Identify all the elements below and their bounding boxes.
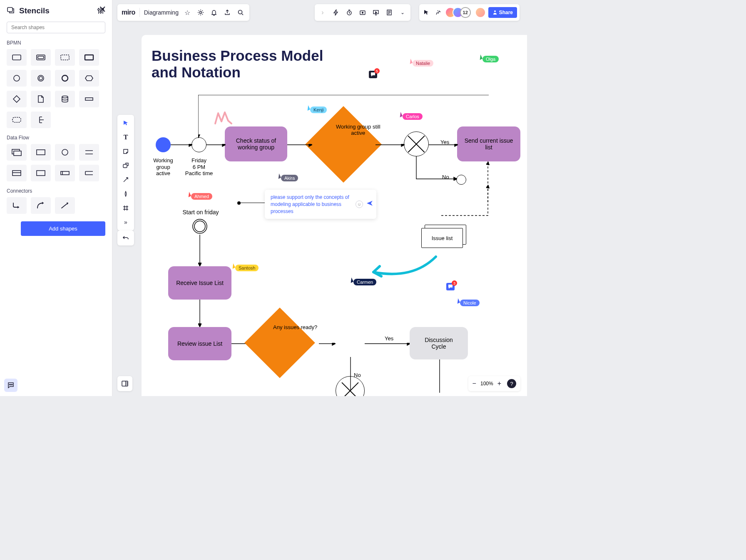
shape-database[interactable] (55, 91, 75, 107)
timer-icon[interactable] (345, 8, 354, 17)
sidebar-chat-icon[interactable] (4, 379, 17, 392)
svg-rect-33 (123, 164, 127, 168)
notes-icon[interactable] (385, 8, 394, 17)
node-start-friday[interactable] (191, 218, 208, 235)
shape-circle-double[interactable] (31, 70, 51, 87)
connector-elbow[interactable] (7, 197, 27, 214)
avatar-me[interactable] (475, 7, 486, 18)
bolt-icon[interactable] (331, 8, 341, 17)
svg-point-23 (9, 384, 10, 385)
search-shapes-field[interactable] (7, 22, 105, 33)
svg-point-13 (62, 96, 68, 98)
tool-shapes[interactable] (120, 160, 132, 171)
shape-rect-double[interactable] (31, 49, 51, 66)
shape-df-openrect[interactable] (79, 165, 99, 181)
node-review-list[interactable]: Review issue List (168, 327, 231, 360)
tool-sticky[interactable] (120, 146, 132, 157)
tool-more[interactable]: » (120, 216, 132, 228)
frames-panel-button[interactable] (117, 376, 132, 391)
star-icon[interactable]: ☆ (183, 8, 192, 17)
help-button[interactable]: ? (507, 379, 516, 388)
svg-marker-53 (198, 263, 201, 266)
shape-rect-dashed-round[interactable] (7, 112, 27, 128)
shape-df-rects[interactable] (7, 144, 27, 161)
shape-circle-thick[interactable] (55, 70, 75, 87)
comment-box[interactable]: please support only the concepts of mode… (265, 190, 376, 219)
avatar-count[interactable]: 12 (460, 7, 471, 18)
node-discussion[interactable]: Discussion Cycle (410, 327, 468, 359)
search-input[interactable] (11, 25, 101, 30)
node-start[interactable] (156, 137, 171, 152)
gear-icon[interactable] (196, 8, 205, 17)
close-icon[interactable]: ✕ (99, 4, 106, 15)
more-tools-icon[interactable]: ⌄ (398, 8, 407, 17)
svg-marker-49 (486, 185, 490, 188)
cursor-icon[interactable] (422, 8, 431, 17)
start-friday-label: Start on friday (180, 209, 221, 216)
svg-marker-59 (332, 343, 336, 345)
add-shapes-button[interactable]: Add shapes (21, 221, 105, 236)
shape-rect-thick[interactable] (79, 49, 99, 66)
zoom-level[interactable]: 100% (480, 381, 493, 387)
undo-button[interactable] (117, 230, 134, 245)
export-icon[interactable] (223, 8, 232, 17)
node-decision-ready[interactable]: Any issues ready? (255, 318, 305, 368)
shape-df-rect[interactable] (31, 144, 51, 161)
svg-marker-38 (222, 144, 226, 146)
shape-df-side[interactable] (55, 165, 75, 181)
connector-curve[interactable] (31, 197, 51, 214)
reactions-icon[interactable] (433, 8, 443, 17)
connector-straight[interactable] (55, 197, 75, 214)
topbar-left: miro Diagramming ☆ (117, 4, 249, 21)
stencils-title: Stencils (19, 6, 92, 15)
share-button[interactable]: Share (488, 7, 517, 18)
svg-point-24 (10, 384, 11, 385)
miro-logo[interactable]: miro (122, 9, 135, 16)
shape-df-header[interactable] (7, 165, 27, 181)
shape-rect[interactable] (7, 49, 27, 66)
emoji-icon[interactable]: ☺ (356, 201, 363, 208)
shape-hexagon[interactable] (79, 70, 99, 87)
node-end-no[interactable] (456, 175, 466, 185)
present-icon[interactable] (371, 8, 380, 17)
tool-text[interactable]: T (120, 131, 132, 143)
send-icon[interactable] (366, 200, 373, 209)
node-issue-list[interactable]: Issue list (421, 225, 466, 248)
tool-select[interactable] (120, 117, 132, 129)
record-icon[interactable] (358, 8, 367, 17)
node-receive-list[interactable]: Receive Issue List (168, 266, 231, 300)
comment-badge[interactable]: 5 (369, 71, 377, 78)
svg-rect-8 (85, 55, 93, 60)
shape-diamond[interactable] (7, 91, 27, 107)
shape-annotation[interactable] (31, 112, 51, 128)
search-icon[interactable] (236, 8, 245, 17)
shape-document[interactable] (31, 91, 51, 107)
comment-badge-2[interactable]: 3 (446, 283, 455, 290)
svg-rect-6 (38, 56, 44, 59)
avatar-stack[interactable]: 12 (445, 7, 471, 18)
shape-bar[interactable] (79, 91, 99, 107)
category-connectors-label: Connectors (0, 186, 112, 196)
shape-rect-dashed[interactable] (55, 49, 75, 66)
share-label: Share (499, 10, 513, 15)
svg-point-51 (194, 221, 205, 232)
canvas[interactable]: Business Process Model and Notation 5 Na… (142, 35, 527, 396)
user-cursor-santosh: Santosh (231, 264, 259, 272)
bell-icon[interactable] (209, 8, 219, 17)
shape-df-circle[interactable] (55, 144, 75, 161)
shape-df-lines[interactable] (79, 144, 99, 161)
category-bpmn-label: BPMN (0, 37, 112, 47)
chevron-right-icon[interactable]: › (318, 8, 327, 17)
tool-frame[interactable] (120, 202, 132, 214)
board-name[interactable]: Diagramming (144, 9, 179, 16)
shape-df-rect2[interactable] (31, 165, 51, 181)
tool-arrow[interactable] (120, 174, 132, 186)
svg-marker-42 (401, 144, 405, 146)
zoom-in-button[interactable]: + (497, 380, 501, 387)
comment-text: please support only the concepts of mode… (271, 194, 349, 214)
zoom-out-button[interactable]: − (472, 380, 476, 387)
tool-pen[interactable] (120, 188, 132, 200)
bpmn-shapes-grid (0, 47, 112, 132)
shape-circle[interactable] (7, 70, 27, 87)
node-timer[interactable] (191, 137, 206, 152)
